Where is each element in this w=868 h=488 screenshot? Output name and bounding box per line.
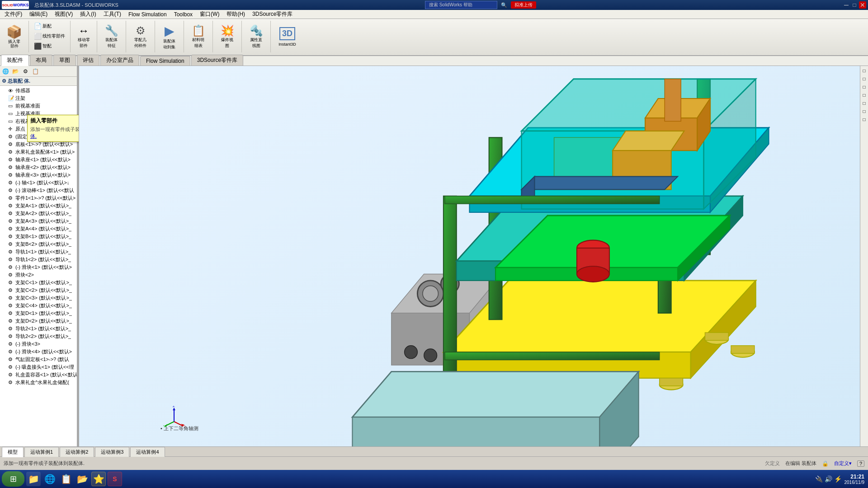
new-assembly-btn[interactable]: 📄 新配: [32, 22, 67, 31]
tree-item-frameC4[interactable]: ⚙支架C<4> (默认<<默认>_: [0, 302, 79, 310]
help-icon[interactable]: ?: [857, 460, 864, 467]
animation-btn[interactable]: ▶ 装配体动到集: [157, 21, 182, 52]
taskbar-app-1[interactable]: 📁: [26, 472, 41, 486]
tree-item-slider3[interactable]: ⚙(-) 滑块<3>: [0, 340, 79, 348]
start-button[interactable]: ⊞: [2, 471, 24, 487]
pattern-btn[interactable]: ⬛ 智配: [32, 42, 67, 51]
tree-item-slider4[interactable]: ⚙(-) 滑块<4> (默认<<默认>: [0, 348, 79, 356]
menu-window[interactable]: 窗口(W): [196, 9, 223, 19]
tree-item-front-plane[interactable]: ▭前视基准面: [0, 102, 79, 110]
taskbar-app-6[interactable]: S: [108, 472, 122, 486]
tree-item-sensors[interactable]: 👁传感器: [0, 87, 79, 94]
tree-item-frameD2[interactable]: ⚙支架D<2> (默认<<默认>_: [0, 317, 79, 325]
rp-btn-7[interactable]: □: [861, 116, 868, 123]
taskbar-app-4[interactable]: 📂: [75, 472, 90, 486]
material-btn[interactable]: 📋 材料明细表: [186, 21, 211, 52]
tree-item-gift-box[interactable]: ⚙礼盒盖容器<1> (默认<<默认: [0, 371, 79, 379]
move-part-btn[interactable]: ↔ 移动零部件: [72, 21, 95, 52]
search-box[interactable]: 搜索 SolidWorks 帮助: [425, 1, 497, 9]
tree-item-frameA3[interactable]: ⚙支架A<3> (默认<<默认>_: [0, 217, 79, 225]
tree-item-guide1-2[interactable]: ⚙导轨1<2> (默认<<默认>_: [0, 256, 79, 263]
tree-item-frameC3[interactable]: ⚙支架C<3> (默认<<默认>_: [0, 294, 79, 302]
tree-item-fruit-asm[interactable]: ⚙水果礼盒^水果礼盒储配(: [0, 379, 79, 386]
bottom-tab-motion3[interactable]: 运动算例3: [95, 447, 129, 457]
tab-flow-simulation[interactable]: Flow Simulation: [140, 56, 190, 66]
tooltip-link[interactable]: 体.: [30, 133, 79, 140]
tab-office[interactable]: 办公室产品: [100, 55, 139, 66]
tree-item-frameA1[interactable]: ⚙支架A<1> (默认<<默认>_: [0, 202, 79, 210]
3d-viewport[interactable]: 🔍 🔍 ↺ ↻ ⊙ 🎯 ⬡ ◻ ☀ ⊟ ⚙: [79, 66, 860, 446]
mate-btn[interactable]: ⚙ 零配几何样件: [128, 21, 153, 52]
tree-view-btn[interactable]: 🌐: [1, 67, 10, 76]
tree-item-frameC2[interactable]: ⚙支架C<2> (默认<<默认>_: [0, 286, 79, 294]
property-btn[interactable]: 📂: [11, 67, 20, 76]
taskbar-app-3[interactable]: 📋: [59, 472, 73, 486]
taskbar-app-5[interactable]: ⭐: [91, 472, 106, 486]
rp-btn-1[interactable]: □: [861, 67, 868, 74]
bottom-tab-motion4[interactable]: 运动算例4: [130, 447, 165, 457]
tree-item-guide2-1[interactable]: ⚙导轨2<1> (默认<<默认>_: [0, 325, 79, 333]
tree-item-shaft2[interactable]: ⚙轴承座<2> (默认<<默认>: [0, 164, 79, 171]
tree-item-frameA4[interactable]: ⚙支架A<4> (默认<<默认>_: [0, 225, 79, 233]
menu-3dsource[interactable]: 3DSource零件库: [249, 9, 296, 19]
customize-btn[interactable]: 自定义▾: [834, 460, 852, 467]
tree-item-shaft3[interactable]: ⚙轴承座<3> (默认<<默认>: [0, 171, 79, 179]
tab-evaluate[interactable]: 评估: [77, 55, 99, 66]
close-btn[interactable]: ✕: [859, 1, 866, 9]
tree-item-fruit-box[interactable]: ⚙水果礼盒装配体<1> (默认>: [0, 148, 79, 156]
tree-item-slider1[interactable]: ⚙(-) 滑块<1> (默认<<默认>: [0, 263, 79, 271]
tree-item-roller1[interactable]: ⚙(-) 滚动棒<1> (默认<<默认: [0, 187, 79, 194]
bottom-tab-model[interactable]: 模型: [2, 447, 24, 457]
search-icon[interactable]: 🔍: [501, 2, 507, 8]
tree-item-sucker[interactable]: ⚙(-) 吸盘接头<1> (默认<<理: [0, 363, 79, 371]
menu-insert[interactable]: 插入(I): [76, 9, 99, 19]
battery-icon[interactable]: ⚡: [834, 475, 842, 483]
help-btn[interactable]: 拟准上传: [511, 1, 536, 9]
menu-view[interactable]: 视图(V): [51, 9, 76, 19]
assembly-feature-btn[interactable]: 🔧 装配体特征: [99, 21, 124, 52]
rp-btn-6[interactable]: □: [861, 108, 868, 115]
tab-layout[interactable]: 布局: [30, 55, 52, 66]
tree-item-annotations[interactable]: 📝注架: [0, 94, 79, 102]
menu-edit[interactable]: 编辑(E): [26, 9, 51, 19]
display-btn[interactable]: 📋: [31, 67, 40, 76]
config-btn[interactable]: ⚙: [21, 67, 30, 76]
rp-btn-4[interactable]: □: [861, 91, 868, 99]
rp-btn-5[interactable]: □: [861, 99, 868, 107]
smart-fasteners-btn[interactable]: 🔩 属性直线图: [244, 21, 269, 52]
rp-btn-3[interactable]: □: [861, 83, 868, 90]
insert-part-btn[interactable]: 📦 插入零部件: [2, 21, 27, 52]
tab-3dsource[interactable]: 3DSource零件库: [191, 55, 243, 66]
bottom-tab-motion2[interactable]: 运动算例2: [60, 447, 94, 457]
menu-flow-sim[interactable]: Flow Simulation: [125, 10, 170, 19]
tree-item-frameD1[interactable]: ⚙支架D<1> (默认<<默认>_: [0, 310, 79, 317]
tree-item-cylinder-board[interactable]: ⚙气缸固定板<1>->? (默认: [0, 356, 79, 363]
maximize-btn[interactable]: □: [851, 1, 858, 9]
menu-help[interactable]: 帮助(H): [223, 9, 249, 19]
rp-btn-2[interactable]: □: [861, 75, 868, 82]
tree-item-frameA2[interactable]: ⚙支架A<2> (默认<<默认>_: [0, 210, 79, 217]
menu-tools[interactable]: 工具(T): [100, 9, 125, 19]
bottom-tab-motion1[interactable]: 运动算例1: [24, 447, 59, 457]
tree-item-shaft1[interactable]: ⚙轴承座<1> (默认<<默认>: [0, 156, 79, 164]
clock[interactable]: 21:21 2016/11/9: [844, 474, 865, 485]
tree-item-guide2-2[interactable]: ⚙导轨2<2> (默认<<默认>_: [0, 333, 79, 340]
network-icon[interactable]: 🔌: [815, 475, 823, 483]
tree-item-slider2[interactable]: ⚙滑块<2>: [0, 271, 79, 279]
taskbar-app-2[interactable]: 🌐: [42, 472, 57, 486]
tree-item-minus1[interactable]: ⚙(-) 轴<1> (默认<<默认>↓: [0, 179, 79, 187]
menu-toolbox[interactable]: Toolbox: [170, 10, 196, 19]
sound-icon[interactable]: 🔊: [825, 475, 832, 483]
tree-item-frameC1[interactable]: ⚙支架C<1> (默认<<默认>_: [0, 279, 79, 286]
tree-item-frameB1[interactable]: ⚙支架B<1> (默认<<默认>_: [0, 233, 79, 240]
minimize-btn[interactable]: ─: [843, 1, 850, 9]
explode-btn[interactable]: 💥 爆炸视图: [215, 21, 240, 52]
tree-item-frameB2[interactable]: ⚙支架B<2> (默认<<默认>_: [0, 240, 79, 248]
mirror-btn[interactable]: ⬜ 线性零部件: [32, 32, 67, 41]
tab-sketch[interactable]: 草图: [53, 55, 76, 66]
tree-item-part1[interactable]: ⚙零件1<1>->? (默认<<默认>: [0, 194, 79, 202]
instant3d-btn[interactable]: 3D Instant3D: [273, 21, 302, 52]
tree-item-guide1-1[interactable]: ⚙导轨1<1> (默认<<默认>_: [0, 248, 79, 256]
tab-assembly[interactable]: 装配件: [1, 55, 29, 66]
menu-file[interactable]: 文件(F): [1, 9, 26, 19]
